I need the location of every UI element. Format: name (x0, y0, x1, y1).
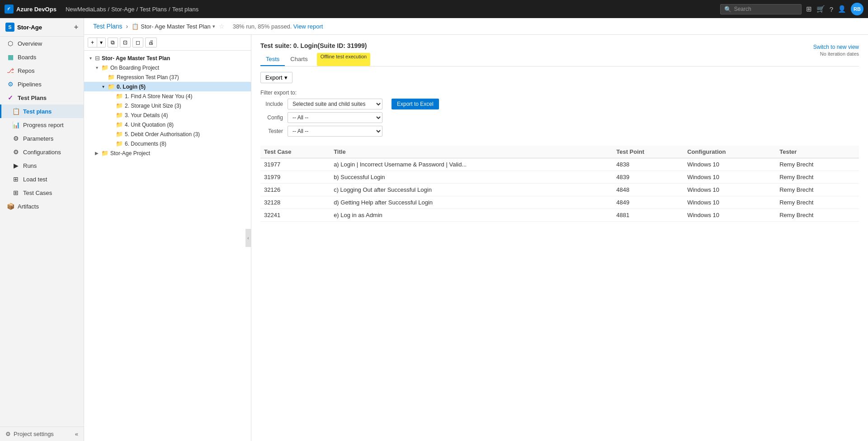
tree-node-find-store[interactable]: 📁 1. Find A Store Near You (4) (84, 91, 251, 101)
sidebar-item-pipelines[interactable]: ⚙ Pipelines (0, 77, 84, 91)
cell-config: Windows 10 (684, 158, 776, 171)
folder-icon: 📁 (116, 140, 123, 147)
user-icon[interactable]: 👤 (838, 5, 846, 13)
sidebar-label-overview: Overview (18, 40, 42, 47)
search-box[interactable]: 🔍 Search (720, 4, 802, 14)
tab-charts[interactable]: Charts (285, 53, 313, 66)
table-row[interactable]: 32128 d) Getting Help after Successful L… (260, 196, 859, 209)
tree-node-your-details[interactable]: 📁 3. Your Details (4) (84, 110, 251, 120)
remove-btn[interactable]: ◻ (132, 38, 143, 47)
topbar-right: 🔍 Search ⊞ 🛒 ? 👤 RB (720, 3, 863, 15)
sidebar-item-testplans-group[interactable]: ✓ Test Plans (0, 91, 84, 104)
suite-title: Test suite: 0. Login(Suite ID: 31999) (260, 42, 859, 49)
collapse-handle[interactable]: ‹ (245, 229, 251, 247)
collapse-icon[interactable]: « (75, 431, 78, 437)
sidebar-item-parameters[interactable]: ⚙ Parameters (0, 132, 84, 145)
cell-title: c) Logging Out after Successful Login (330, 184, 613, 196)
export-btn[interactable]: Export ▾ (260, 72, 292, 83)
avatar[interactable]: RB (851, 3, 863, 15)
tree-node-storage-unit[interactable]: 📁 2. Storage Unit Size (3) (84, 101, 251, 110)
table-row[interactable]: 32126 c) Logging Out after Successful Lo… (260, 184, 859, 196)
overview-icon: ⬡ (7, 40, 14, 47)
plan-icon: 📋 (132, 23, 139, 30)
table-row[interactable]: 31979 b) Successful Login 4839 Windows 1… (260, 171, 859, 184)
sidebar-item-artifacts[interactable]: 📦 Artifacts (0, 199, 84, 213)
switch-view-area: Switch to new view No iteration dates (813, 43, 859, 57)
tree-node-storage-project[interactable]: ▶ 📁 Stor-Age Project (84, 148, 251, 158)
table-row[interactable]: 31977 a) Login | Incorrect Username & Pa… (260, 158, 859, 171)
print-btn[interactable]: 🖨 (145, 38, 157, 47)
sidebar-label-parameters: Parameters (23, 135, 53, 142)
add-btn[interactable]: + (88, 38, 97, 47)
export-section: Export ▾ (260, 72, 859, 90)
tree-node-onboarding[interactable]: ▾ 📁 On Boarding Project (84, 63, 251, 72)
tree-content: ▾ ⊟ Stor- Age Master Test Plan ▾ 📁 On Bo… (84, 51, 251, 161)
export-to-excel-btn[interactable]: Export to Excel (392, 99, 439, 109)
sidebar-footer-settings[interactable]: ⚙ Project settings « (0, 427, 84, 441)
topbar-logo[interactable]: Azure DevOps (5, 5, 57, 14)
sidebar-item-progress[interactable]: 📊 Progress report (0, 118, 84, 132)
tree-pane: + ▾ ⧉ ⊡ ◻ 🖨 ▾ ⊟ Stor- Age Master Test Pl… (84, 35, 251, 441)
sidebar-item-configurations[interactable]: ⚙ Configurations (0, 145, 84, 159)
tree-node-root[interactable]: ▾ ⊟ Stor- Age Master Test Plan (84, 53, 251, 63)
paste-btn[interactable]: ⊡ (120, 38, 131, 47)
tree-node-debit-order[interactable]: 📁 5. Debit Order Authorisation (3) (84, 129, 251, 139)
breadcrumb-separator: › (126, 23, 128, 30)
folder-icon: 📁 (116, 112, 123, 119)
sidebar-item-boards[interactable]: ▦ Boards (0, 50, 84, 64)
breadcrumb: NewMediaLabs / Stor-Age / Test Plans / T… (66, 6, 720, 13)
breadcrumb-testplans[interactable]: Test Plans (140, 6, 167, 13)
view-report-link[interactable]: View report (293, 23, 323, 30)
cell-id: 32241 (260, 209, 330, 222)
sidebar-item-testplans[interactable]: 📋 Test plans (0, 104, 84, 118)
add-btn-group: + ▾ (88, 38, 106, 47)
tree-node-documents[interactable]: 📁 6. Documents (8) (84, 139, 251, 148)
switch-view-link[interactable]: Switch to new view (813, 44, 859, 50)
breadcrumb-storage[interactable]: Stor-Age (111, 6, 134, 13)
expand-icon: ▶ (94, 151, 99, 156)
table-row[interactable]: 32241 e) Log in as Admin 4881 Windows 10… (260, 209, 859, 222)
repos-icon: ⎇ (7, 67, 14, 74)
test-table-container: Test Case Title Test Point Configuration… (260, 146, 859, 222)
tree-label-unit-quotation: 4. Unit Quotation (8) (125, 122, 174, 128)
folder-icon: 📁 (116, 131, 123, 138)
sidebar-label-runs: Runs (23, 162, 37, 169)
tester-select[interactable]: -- All -- (288, 126, 382, 137)
no-iteration-text: No iteration dates (813, 51, 859, 57)
sidebar-item-testcases[interactable]: ⊞ Test Cases (0, 186, 84, 199)
add-dropdown-btn[interactable]: ▾ (97, 38, 105, 47)
folder-icon: 📁 (108, 83, 115, 90)
favorite-star-icon[interactable]: ☆ (219, 23, 225, 30)
folder-icon: 📁 (101, 150, 108, 156)
filter-tester-row: Tester -- All -- (260, 126, 859, 137)
page-breadcrumb-testplans[interactable]: Test Plans (93, 23, 123, 30)
breadcrumb-newmedialabs[interactable]: NewMediaLabs (66, 6, 106, 13)
sidebar: S Stor-Age + ⬡ Overview ▦ Boards ⎇ Repos… (0, 18, 84, 441)
include-select[interactable]: Selected suite and child suites (288, 99, 382, 109)
sidebar-item-runs[interactable]: ▶ Runs (0, 159, 84, 172)
sidebar-item-repos[interactable]: ⎇ Repos (0, 64, 84, 77)
add-project-btn[interactable]: + (74, 23, 78, 31)
help-icon[interactable]: ? (830, 5, 833, 13)
cell-test-point: 4848 (613, 184, 684, 196)
config-select[interactable]: -- All -- (288, 112, 382, 123)
sidebar-item-loadtest[interactable]: ⊞ Load test (0, 172, 84, 186)
grid-icon[interactable]: ⊞ (806, 5, 812, 13)
tab-tests[interactable]: Tests (260, 53, 285, 66)
dropdown-icon[interactable]: ▾ (212, 24, 215, 29)
basket-icon[interactable]: 🛒 (816, 5, 825, 13)
tester-label: Tester (260, 128, 283, 134)
folder-icon: 📁 (116, 121, 123, 128)
artifacts-icon: 📦 (7, 203, 14, 210)
tree-node-regression[interactable]: 📁 Regression Test Plan (37) (84, 72, 251, 82)
copy-btn[interactable]: ⧉ (108, 38, 118, 47)
filter-title: Filter export to: (260, 90, 859, 96)
folder-icon: 📁 (116, 93, 123, 100)
sidebar-label-config: Configurations (23, 149, 61, 156)
tree-node-login[interactable]: ▾ 📁 0. Login (5) (84, 82, 251, 91)
parameters-icon: ⚙ (12, 135, 19, 142)
sidebar-item-overview[interactable]: ⬡ Overview (0, 37, 84, 50)
tree-node-unit-quotation[interactable]: 📁 4. Unit Quotation (8) (84, 120, 251, 129)
logo-text: Azure DevOps (16, 6, 57, 13)
sidebar-label-artifacts: Artifacts (18, 203, 39, 210)
